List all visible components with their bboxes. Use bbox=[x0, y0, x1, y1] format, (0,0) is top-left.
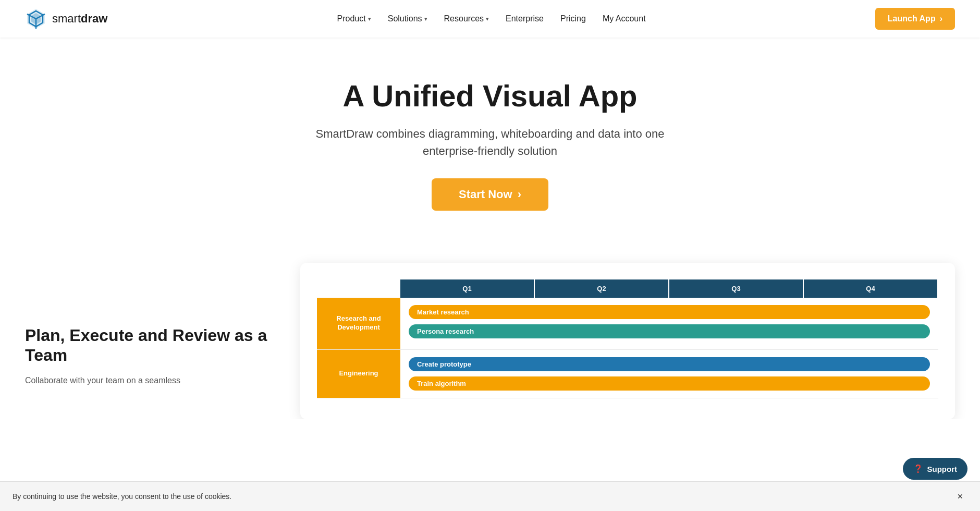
lower-left-content: Plan, Execute and Review as a Team Colla… bbox=[25, 263, 275, 387]
nav-link-resources[interactable]: Resources ▾ bbox=[444, 14, 489, 23]
gantt-tag-create-prototype: Create prototype bbox=[409, 357, 930, 371]
quarter-q3: Q3 bbox=[669, 279, 804, 298]
diagram-card: Q1 Q2 Q3 Q4 Research and Development Mar… bbox=[300, 263, 955, 419]
logo-link[interactable]: smartdraw bbox=[25, 8, 107, 30]
lower-heading: Plan, Execute and Review as a Team bbox=[25, 325, 275, 366]
nav-link-product[interactable]: Product ▾ bbox=[337, 14, 371, 23]
quarter-q4: Q4 bbox=[804, 279, 938, 298]
lower-section: Plan, Execute and Review as a Team Colla… bbox=[0, 232, 980, 419]
hero-subheading: SmartDraw combines diagramming, whiteboa… bbox=[313, 125, 667, 160]
main-nav: smartdraw Product ▾ Solutions ▾ Resource… bbox=[0, 0, 980, 38]
nav-link-myaccount[interactable]: My Account bbox=[603, 14, 646, 23]
nav-links: Product ▾ Solutions ▾ Resources ▾ Enterp… bbox=[337, 14, 646, 23]
quarter-q2: Q2 bbox=[535, 279, 669, 298]
nav-item-product[interactable]: Product ▾ bbox=[337, 14, 371, 23]
gantt-header: Q1 Q2 Q3 Q4 bbox=[317, 279, 938, 298]
nav-link-pricing[interactable]: Pricing bbox=[560, 14, 586, 23]
gantt-label-engineering: Engineering bbox=[317, 350, 400, 398]
hero-heading: A Unified Visual App bbox=[10, 79, 970, 113]
launch-app-button[interactable]: Launch App › bbox=[875, 8, 955, 30]
gantt-row-engineering: Engineering Create prototype Train algor… bbox=[317, 350, 938, 398]
nav-link-enterprise[interactable]: Enterprise bbox=[506, 14, 544, 23]
gantt-tag-train-algorithm: Train algorithm bbox=[409, 376, 930, 391]
logo-text: smartdraw bbox=[52, 12, 107, 26]
gantt-container: Q1 Q2 Q3 Q4 Research and Development Mar… bbox=[300, 263, 955, 398]
start-now-button[interactable]: Start Now › bbox=[432, 178, 548, 211]
gantt-tag-persona-research: Persona research bbox=[409, 324, 930, 338]
arrow-right-icon: › bbox=[518, 188, 521, 201]
nav-item-resources[interactable]: Resources ▾ bbox=[444, 14, 489, 23]
chevron-down-icon: ▾ bbox=[486, 16, 489, 22]
arrow-right-icon: › bbox=[940, 14, 942, 23]
nav-item-solutions[interactable]: Solutions ▾ bbox=[388, 14, 427, 23]
lower-body: Collaborate with your team on a seamless bbox=[25, 374, 275, 387]
gantt-eng-content: Create prototype Train algorithm bbox=[400, 350, 938, 398]
nav-item-pricing[interactable]: Pricing bbox=[560, 14, 586, 23]
gantt-row-rd: Research and Development Market research… bbox=[317, 298, 938, 350]
gantt-rd-content: Market research Persona research bbox=[400, 298, 938, 349]
hero-section: A Unified Visual App SmartDraw combines … bbox=[0, 38, 980, 232]
logo-icon bbox=[25, 8, 47, 30]
chevron-down-icon: ▾ bbox=[424, 16, 427, 22]
quarter-q1: Q1 bbox=[400, 279, 535, 298]
nav-link-solutions[interactable]: Solutions ▾ bbox=[388, 14, 427, 23]
gantt-label-rd: Research and Development bbox=[317, 298, 400, 349]
gantt-tag-market-research: Market research bbox=[409, 305, 930, 319]
nav-item-enterprise[interactable]: Enterprise bbox=[506, 14, 544, 23]
nav-item-myaccount[interactable]: My Account bbox=[603, 14, 646, 23]
chevron-down-icon: ▾ bbox=[368, 16, 371, 22]
